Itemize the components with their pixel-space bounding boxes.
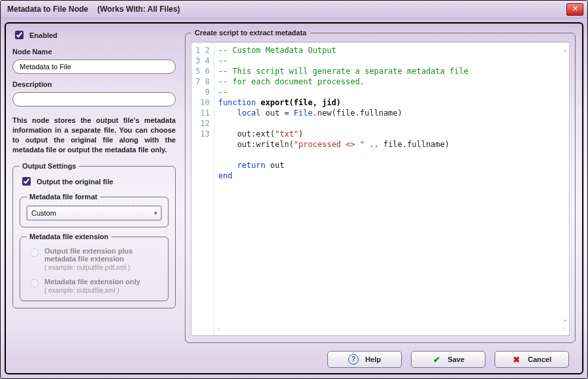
output-settings-legend: Output Settings	[20, 162, 79, 170]
dialog-buttons: ? Help ✔ Save ✖ Cancel	[12, 347, 576, 368]
close-button[interactable]: ✕	[566, 3, 583, 16]
file-extension-group: Metadata file extension Output file exte…	[20, 233, 169, 301]
file-format-select-wrap: ▾	[27, 206, 161, 220]
check-icon: ✔	[432, 355, 441, 364]
enabled-checkbox-row[interactable]: Enabled	[12, 29, 176, 41]
content-frame: Enabled Node Name Description This node …	[5, 22, 583, 374]
body-row: Enabled Node Name Description This node …	[12, 29, 576, 343]
left-column: Enabled Node Name Description This node …	[12, 29, 176, 343]
save-button[interactable]: ✔ Save	[411, 351, 485, 368]
script-editor-legend: Create script to extract metadata	[191, 29, 310, 37]
description-label: Description	[12, 80, 176, 88]
node-name-label: Node Name	[12, 48, 176, 56]
output-original-label: Output the original file	[37, 178, 113, 186]
ext-radio-2[interactable]	[30, 279, 39, 288]
enabled-label: Enabled	[29, 31, 57, 39]
script-editor[interactable]: 1 2 3 4 5 6 7 8 9 10 11 12 13 -- Custom …	[191, 42, 570, 336]
scroll-up-icon[interactable]: ▴	[563, 45, 567, 334]
file-format-select[interactable]	[27, 206, 161, 220]
scroll-left-icon[interactable]: ‹	[217, 323, 221, 334]
help-paragraph: This node stores the output file's metad…	[12, 116, 176, 154]
ext-radio-2-example: ( example: outputfile.xml )	[44, 287, 140, 294]
ext-option-1: Output file extension plus metadata file…	[27, 247, 161, 271]
window-title: Metadata to File Node	[7, 5, 88, 14]
close-icon: ✖	[512, 355, 521, 364]
ext-radio-1-example: ( example: outputfile.pdf.xml )	[44, 264, 161, 271]
cancel-button[interactable]: ✖ Cancel	[495, 351, 569, 368]
help-button[interactable]: ? Help	[327, 351, 402, 368]
script-editor-group: Create script to extract metadata 1 2 3 …	[185, 29, 576, 343]
window-subtitle: (Works With: All Files)	[97, 5, 180, 14]
editor-code[interactable]: -- Custom Metadata Output -- -- This scr…	[214, 42, 569, 335]
enabled-checkbox[interactable]	[15, 31, 24, 39]
description-input[interactable]	[12, 92, 176, 107]
file-format-legend: Metadata file format	[27, 193, 100, 201]
node-name-input[interactable]	[12, 59, 176, 74]
title-bar: Metadata to File Node (Works With: All F…	[1, 1, 587, 18]
dialog-window: Metadata to File Node (Works With: All F…	[0, 0, 588, 379]
output-settings-group: Output Settings Output the original file…	[12, 162, 176, 308]
ext-radio-2-label: Metadata file extension only	[44, 278, 140, 286]
save-button-label: Save	[448, 355, 465, 363]
right-column: Create script to extract metadata 1 2 3 …	[185, 29, 576, 343]
cancel-button-label: Cancel	[528, 355, 551, 363]
output-original-checkbox[interactable]	[22, 177, 31, 186]
help-icon: ?	[348, 354, 359, 365]
editor-gutter: 1 2 3 4 5 6 7 8 9 10 11 12 13	[191, 42, 214, 335]
file-format-group: Metadata file format ▾	[20, 193, 169, 227]
scroll-right-icon[interactable]: ›	[563, 323, 566, 334]
file-extension-legend: Metadata file extension	[27, 233, 111, 240]
ext-radio-1[interactable]	[30, 248, 39, 257]
help-button-label: Help	[365, 355, 381, 363]
output-original-row[interactable]: Output the original file	[20, 175, 169, 188]
ext-option-2: Metadata file extension only ( example: …	[27, 278, 161, 294]
ext-radio-1-label: Output file extension plus metadata file…	[44, 247, 161, 263]
